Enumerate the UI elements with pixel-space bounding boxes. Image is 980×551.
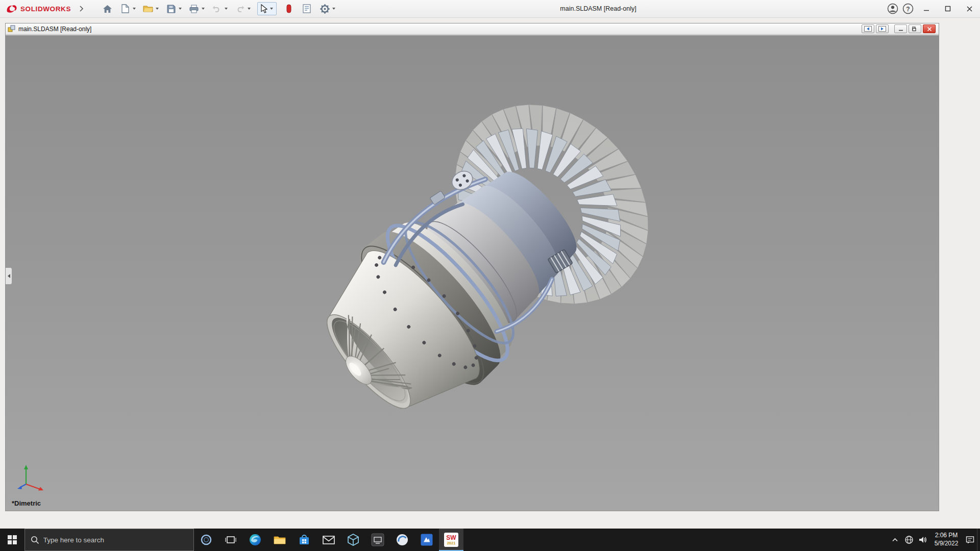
pane-arrow-left-icon [864,26,872,32]
quick-access-toolbar [95,2,335,15]
save-icon [167,5,176,13]
home-button[interactable] [102,2,113,15]
redo-dropdown[interactable] [248,8,251,10]
graphics-viewport[interactable]: *Dimetric [6,35,939,511]
gear-icon [320,4,330,14]
home-icon [103,5,112,13]
mdi-background: main.SLDASM [Read-only] [0,18,980,529]
help-button[interactable]: ? [900,1,916,16]
print-dropdown[interactable] [202,8,205,10]
close-button[interactable] [959,0,980,17]
show-desktop-button[interactable] [977,529,980,551]
document-window-controls [862,24,937,33]
undo-button[interactable] [211,2,223,15]
network-tray-button[interactable] [902,529,916,551]
window-title: main.SLDASM [Read-only] [560,5,636,12]
open-dropdown[interactable] [156,8,159,10]
hidden-icons-button[interactable] [888,529,902,551]
jet-engine-model [6,35,939,511]
minimize-button[interactable] [916,0,937,17]
minimize-icon [923,6,929,12]
account-icon [887,3,898,14]
volume-tray-button[interactable] [916,529,929,551]
panel-collapse-tab[interactable] [6,267,12,285]
taskbar-app-3d-viewer[interactable] [341,529,365,551]
svg-text:?: ? [906,6,910,13]
taskbar-app-solidworks[interactable]: SW 2021 [439,529,463,551]
microsoft-store-icon [298,533,310,546]
document-close-button[interactable] [923,24,936,33]
options-button[interactable] [319,2,330,15]
document-restore-icon [912,27,918,32]
action-center-icon [965,535,975,544]
assembly-document-icon [8,25,16,33]
undo-icon [212,5,222,12]
network-icon [904,535,914,544]
solidworks-logo-icon [5,4,17,14]
select-tool-button[interactable] [257,2,277,15]
file-properties-icon [303,4,311,13]
save-button[interactable] [165,2,177,15]
chevron-up-icon [892,537,898,542]
collapse-arrow-icon [8,274,10,278]
document-restore-button[interactable] [909,24,921,33]
titlebar-right: ? [885,0,980,17]
taskbar-clock[interactable]: 2:06 PM 5/9/2022 [929,532,963,547]
document-titlebar[interactable]: main.SLDASM [Read-only] [6,23,939,35]
solidworks-logo: SOLIDWORKS [0,4,71,14]
taskbar-app-dark[interactable] [365,529,390,551]
windows-logo-icon [8,535,17,544]
new-document-dropdown[interactable] [133,8,136,10]
mail-icon [322,534,335,545]
document-title: main.SLDASM [Read-only] [18,26,91,33]
save-dropdown[interactable] [179,8,182,10]
file-explorer-icon [273,533,286,546]
taskbar-app-blue[interactable] [414,529,439,551]
account-button[interactable] [885,1,900,16]
undo-dropdown[interactable] [225,8,228,10]
pane-arrow-right-icon [878,26,886,32]
document-minimize-button[interactable] [894,24,907,33]
taskbar-app-mail[interactable] [316,529,341,551]
search-input[interactable] [43,536,188,544]
print-button[interactable] [188,2,200,15]
red-pill-button[interactable] [283,2,295,15]
round-app-icon [396,533,409,546]
search-icon [31,536,39,544]
volume-icon [918,536,927,544]
document-close-icon [927,27,932,32]
redo-button[interactable] [234,2,246,15]
file-properties-button[interactable] [301,2,312,15]
orientation-triad [13,461,46,493]
solidworks-app-icon: SW 2021 [444,533,458,547]
select-cursor-icon [261,4,267,13]
open-button[interactable] [142,2,154,15]
blue-app-icon [420,533,433,546]
task-view-icon [225,535,236,545]
maximize-button[interactable] [937,0,959,17]
taskbar-task-view[interactable] [218,529,243,551]
print-icon [189,5,199,13]
windows-taskbar: SW 2021 2:06 PM 5/9/2022 [0,529,980,551]
start-button[interactable] [0,529,24,551]
clock-date: 5/9/2022 [930,540,962,548]
taskbar-app-cortana[interactable] [194,529,218,551]
dark-app-icon [371,533,384,546]
select-dropdown[interactable] [270,8,273,10]
expand-menu-chevron-icon[interactable] [79,6,84,12]
view-orientation-label: *Dimetric [12,499,41,507]
taskbar-app-store[interactable] [292,529,316,551]
taskbar-app-file-explorer[interactable] [267,529,292,551]
taskbar-search[interactable] [24,529,194,551]
options-dropdown[interactable] [332,8,335,10]
action-center-button[interactable] [963,529,977,551]
microsoft-edge-icon [249,533,262,546]
pane-arrow-right-button[interactable] [876,24,889,33]
taskbar-app-round[interactable] [390,529,414,551]
new-document-button[interactable] [119,2,131,15]
clock-time: 2:06 PM [930,532,962,540]
system-tray: 2:06 PM 5/9/2022 [888,529,980,551]
pane-arrow-left-button[interactable] [862,24,874,33]
taskbar-app-edge[interactable] [243,529,267,551]
app-titlebar: SOLIDWORKS [0,0,980,18]
